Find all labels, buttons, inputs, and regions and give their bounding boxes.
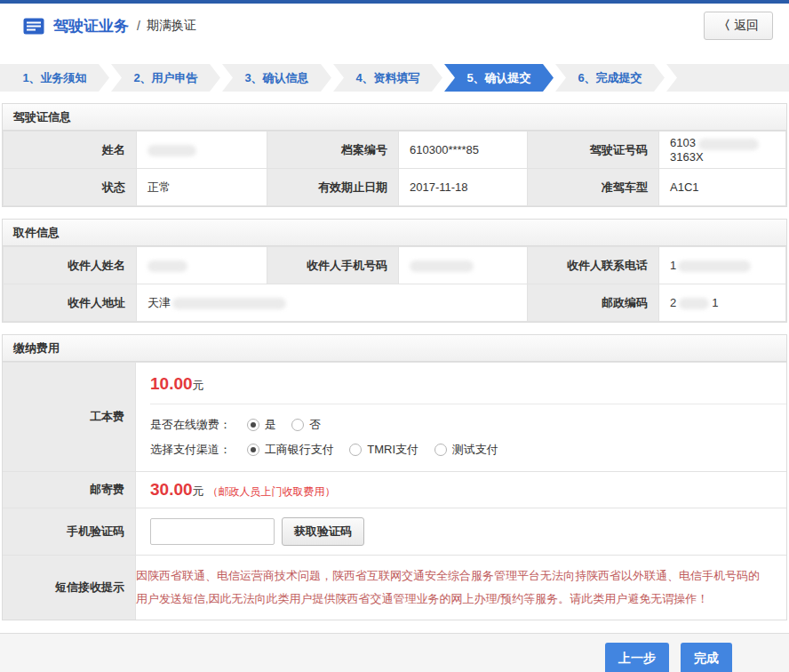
mail-fee-label: 邮寄费 (3, 472, 136, 508)
redacted-postcode (679, 298, 709, 309)
postcode-value: 21 (659, 284, 786, 322)
work-fee-amount-line: 10.00元 (150, 363, 786, 404)
step-bar-filler (666, 64, 789, 92)
recipient-name-value (137, 247, 267, 284)
page-title: 驾驶证业务 (53, 16, 129, 36)
status-label: 状态 (4, 169, 137, 206)
recipient-address-label: 收件人地址 (4, 284, 137, 322)
header: 驾驶证业务 / 期满换证 〈返回 (0, 4, 789, 48)
radio-channel-test-label[interactable]: 测试支付 (452, 443, 498, 456)
step-progress-bar: 1、业务须知 2、用户申告 3、确认信息 4、资料填写 5、确认提交 6、完成提… (0, 64, 789, 92)
license-section-title: 驾驶证信息 (3, 104, 786, 131)
footer-action-bar: 上一步 完成 (0, 633, 789, 672)
fees-section: 缴纳费用 工本费 10.00元 是否在线缴费： 是 否 选择支付渠道： 工商银行… (2, 334, 787, 620)
license-info-section: 驾驶证信息 姓名 档案编号 610300****85 驾驶证号码 6103316… (2, 103, 787, 207)
file-number-value: 610300****85 (399, 132, 528, 169)
mail-fee-content: 30.00元（邮政人员上门收取费用） (136, 472, 786, 508)
sms-notice-row: 短信接收提示 因陕西省联通、电信运营商技术问题，陕西省互联网交通安全综合服务管理… (3, 555, 786, 620)
vehicle-class-label: 准驾车型 (528, 169, 659, 206)
mail-fee-unit: 元 (193, 484, 204, 498)
fees-section-title: 缴纳费用 (3, 335, 786, 362)
mail-fee-amount: 30.00 (150, 480, 193, 499)
redacted-address (172, 298, 286, 309)
radio-channel-test[interactable] (434, 444, 447, 456)
redacted-mobile (410, 260, 474, 272)
online-payment-line: 是否在线缴费： 是 否 (150, 412, 786, 437)
license-business-icon (23, 18, 44, 35)
back-button[interactable]: 〈返回 (704, 12, 773, 40)
expiry-label: 有效期止日期 (267, 169, 399, 206)
breadcrumb-separator: / (137, 19, 140, 33)
step-4-fill-materials[interactable]: 4、资料填写 (333, 64, 442, 92)
page: 驾驶证业务 / 期满换证 〈返回 1、业务须知 2、用户申告 3、确认信息 4、… (0, 0, 789, 672)
redacted-name (147, 145, 196, 156)
radio-channel-icbc-label[interactable]: 工商银行支付 (265, 443, 334, 456)
license-info-table: 姓名 档案编号 610300****85 驾驶证号码 61033163X 状态 … (3, 131, 786, 206)
redacted-phone (678, 260, 751, 272)
radio-online-no[interactable] (291, 419, 304, 431)
radio-online-yes[interactable] (247, 419, 259, 431)
sms-notice-text: 因陕西省联通、电信运营商技术问题，陕西省互联网交通安全综合服务管理平台无法向持陕… (136, 564, 765, 611)
redacted-recipient-name (147, 260, 187, 272)
get-code-button[interactable]: 获取验证码 (282, 517, 364, 546)
sms-code-row: 手机验证码 获取验证码 (3, 508, 786, 555)
step-6-complete-submit[interactable]: 6、完成提交 (555, 64, 665, 92)
step-2-user-declaration[interactable]: 2、用户申告 (111, 64, 220, 92)
recipient-phone-value: 1 (659, 247, 786, 284)
expiry-value: 2017-11-18 (399, 169, 528, 206)
pickup-info-section: 取件信息 收件人姓名 收件人手机号码 收件人联系电话 1 收件人地址 天津 邮政… (2, 219, 787, 323)
pickup-info-table: 收件人姓名 收件人手机号码 收件人联系电话 1 收件人地址 天津 邮政编码 21 (3, 246, 786, 322)
payment-options: 是否在线缴费： 是 否 选择支付渠道： 工商银行支付 TMRI支付 测试支付 (150, 404, 786, 471)
previous-step-button[interactable]: 上一步 (605, 643, 669, 672)
recipient-mobile-label: 收件人手机号码 (267, 247, 399, 284)
radio-channel-tmri[interactable] (349, 444, 362, 456)
table-row: 状态 正常 有效期止日期 2017-11-18 准驾车型 A1C1 (4, 169, 786, 206)
recipient-phone-label: 收件人联系电话 (528, 247, 659, 284)
work-fee-unit: 元 (193, 379, 204, 392)
step-1-business-notice[interactable]: 1、业务须知 (0, 64, 109, 92)
radio-channel-icbc[interactable] (247, 444, 259, 456)
license-number-label: 驾驶证号码 (528, 132, 659, 169)
back-chevron-icon: 〈 (718, 18, 730, 32)
work-fee-amount: 10.00 (150, 374, 193, 393)
name-value (137, 132, 267, 169)
step-5-confirm-submit[interactable]: 5、确认提交 (444, 64, 554, 92)
name-label: 姓名 (4, 132, 137, 169)
table-row: 收件人姓名 收件人手机号码 收件人联系电话 1 (4, 247, 786, 284)
sms-code-label: 手机验证码 (3, 508, 136, 555)
step-3-confirm-info[interactable]: 3、确认信息 (222, 64, 331, 92)
payment-channel-question: 选择支付渠道： (150, 443, 231, 456)
recipient-address-value: 天津 (137, 284, 528, 322)
sms-notice-content: 因陕西省联通、电信运营商技术问题，陕西省互联网交通安全综合服务管理平台无法向持陕… (136, 556, 786, 620)
recipient-name-label: 收件人姓名 (4, 247, 137, 284)
payment-channel-line: 选择支付渠道： 工商银行支付 TMRI支付 测试支付 (150, 437, 786, 462)
radio-online-yes-label[interactable]: 是 (265, 418, 276, 431)
postcode-label: 邮政编码 (528, 284, 659, 322)
pickup-section-title: 取件信息 (3, 220, 786, 246)
table-row: 姓名 档案编号 610300****85 驾驶证号码 61033163X (4, 132, 786, 169)
status-value: 正常 (137, 169, 267, 206)
vehicle-class-value: A1C1 (659, 169, 786, 206)
recipient-mobile-value (399, 247, 528, 284)
sms-code-content: 获取验证码 (136, 508, 786, 555)
work-fee-content: 10.00元 是否在线缴费： 是 否 选择支付渠道： 工商银行支付 TMRI支付… (136, 363, 786, 471)
breadcrumb-current: 期满换证 (147, 18, 196, 34)
work-fee-row: 工本费 10.00元 是否在线缴费： 是 否 选择支付渠道： 工商银行支付 TM… (3, 362, 786, 471)
file-number-label: 档案编号 (267, 132, 399, 169)
redacted-license-number (698, 139, 759, 150)
sms-notice-label: 短信接收提示 (3, 556, 136, 620)
back-button-label: 返回 (734, 18, 759, 32)
online-payment-question: 是否在线缴费： (150, 418, 231, 431)
license-number-value: 61033163X (659, 132, 786, 169)
radio-channel-tmri-label[interactable]: TMRI支付 (367, 443, 418, 456)
work-fee-label: 工本费 (3, 363, 136, 471)
mail-fee-note: （邮政人员上门收取费用） (208, 485, 336, 498)
sms-code-input[interactable] (150, 518, 275, 545)
mail-fee-row: 邮寄费 30.00元（邮政人员上门收取费用） (3, 471, 786, 508)
finish-button[interactable]: 完成 (681, 643, 732, 672)
table-row: 收件人地址 天津 邮政编码 21 (4, 284, 786, 322)
radio-online-no-label[interactable]: 否 (309, 418, 321, 431)
